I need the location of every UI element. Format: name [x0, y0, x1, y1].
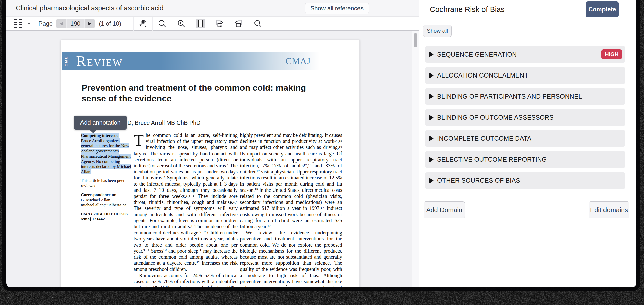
fit-page-button[interactable] — [191, 17, 210, 31]
citation-journal: CMAJ — [81, 212, 92, 216]
rotate-clockwise-button[interactable] — [210, 17, 229, 31]
complete-button[interactable]: Complete — [586, 1, 619, 17]
hand-icon — [139, 19, 148, 28]
add-domain-button[interactable]: Add Domain — [424, 201, 465, 218]
show-all-button[interactable]: Show all — [423, 25, 452, 37]
search-button[interactable] — [248, 17, 267, 31]
body-column-left: The common cold is an acute, self-limiti… — [134, 132, 238, 287]
body-right-para2: We review the evidence underpinning prev… — [240, 230, 342, 287]
rob-panel-title: Cochrane Risk of Bias — [430, 5, 505, 14]
risk-of-bias-panel: Cochrane Risk of Bias Complete Show all … — [419, 0, 636, 287]
competing-interests-text: Bruce Arroll organizes general lectures … — [81, 138, 131, 174]
domain-row-allocation-concealment[interactable]: ALLOCATION CONCEALMENT — [425, 67, 625, 84]
domain-label: OTHER SOURCES OF BIAS — [437, 177, 622, 184]
chevron-down-icon[interactable] — [27, 23, 31, 25]
domain-row-other-sources[interactable]: OTHER SOURCES OF BIAS — [425, 172, 625, 189]
domain-row-blinding-participants[interactable]: BLINDING OF PARTICIPANTS AND PERSONNEL — [425, 88, 625, 105]
risk-badge-high: HIGH — [601, 49, 622, 59]
show-all-container: Show all — [419, 22, 479, 41]
vertical-scrollbar — [412, 31, 419, 287]
domain-label: BLINDING OF PARTICIPANTS AND PERSONNEL — [437, 93, 622, 100]
page-count-label: (1 of 10) — [99, 20, 121, 27]
thumbnails-grid-icon[interactable] — [14, 19, 22, 28]
expand-triangle-icon — [429, 52, 434, 57]
domain-row-sequence-generation[interactable]: SEQUENCE GENERATION HIGH — [425, 46, 625, 63]
hand-tool-button[interactable] — [133, 17, 152, 31]
expand-triangle-icon — [429, 94, 434, 99]
previous-page-button[interactable]: ◀ — [56, 19, 67, 28]
add-annotation-caret — [89, 129, 97, 133]
domain-label: INCOMPLETE OUTCOME DATA — [437, 135, 622, 142]
rotate-counterclockwise-button[interactable] — [229, 17, 248, 31]
search-icon — [254, 19, 262, 28]
document-title: Clinical pharmacological aspects of asco… — [16, 4, 305, 12]
next-page-button[interactable]: ▶ — [84, 19, 95, 28]
domain-row-selective-reporting[interactable]: SELECTIVE OUTCOME REPORTING — [425, 151, 625, 168]
domain-label: SEQUENCE GENERATION — [437, 51, 601, 58]
add-annotation-button[interactable]: Add annotation — [74, 116, 127, 130]
body-left-para2: Rhinovirus accounts for 24%–52% of clini… — [134, 272, 238, 287]
fit-page-icon — [196, 19, 205, 28]
pdf-page: CME Review CMAJ Prevention and treatment… — [61, 40, 360, 287]
expand-triangle-icon — [429, 136, 434, 141]
edit-domains-button[interactable]: Edit domains — [589, 201, 629, 218]
correspondence-email: michael.allan@ualberta.ca — [81, 203, 126, 207]
expand-triangle-icon — [429, 178, 434, 183]
domain-row-blinding-assessors[interactable]: BLINDING OF OUTCOME ASSESSORS — [425, 109, 625, 126]
zoom-in-button[interactable] — [172, 17, 191, 31]
page-navigator: ◀ 190 ▶ — [56, 19, 95, 28]
domain-row-incomplete-outcome[interactable]: INCOMPLETE OUTCOME DATA — [425, 130, 625, 147]
expand-triangle-icon — [429, 115, 434, 120]
domain-label: ALLOCATION CONCEALMENT — [437, 72, 622, 79]
article-sidebar: Competing interests: Bruce Arroll organi… — [81, 133, 131, 226]
app-window: Clinical pharmacological aspects of asco… — [6, 0, 636, 287]
domain-list: SEQUENCE GENERATION HIGH ALLOCATION CONC… — [425, 46, 625, 193]
correspondence-label: Correspondence to: — [81, 192, 117, 197]
cmaj-logo: CMAJ — [286, 56, 311, 66]
correspondence-name: G. Michael Allan, — [81, 198, 111, 202]
scrollbar-thumb[interactable] — [414, 33, 417, 47]
competing-interests-label: Competing interests: — [81, 133, 119, 138]
pdf-viewer-panel: Clinical pharmacological aspects of asco… — [6, 0, 419, 287]
cme-label: CME — [64, 56, 68, 66]
drop-cap: T — [134, 132, 146, 147]
document-titlebar: Clinical pharmacological aspects of asco… — [6, 0, 419, 17]
pdf-toolbar: Page ◀ 190 ▶ (1 of 10) — [6, 17, 419, 31]
article-authors: D, Bruce Arroll MB ChB PhD — [127, 120, 200, 126]
cme-strip: CME — [62, 52, 70, 70]
rotate-counterclockwise-icon — [234, 19, 244, 28]
body-left-para1: he common cold is an acute, self-limitin… — [134, 132, 238, 272]
body-right-para1: highly prevalent and may be debilitating… — [240, 132, 342, 230]
expand-triangle-icon — [429, 157, 434, 162]
document-scroll-area[interactable]: CME Review CMAJ Prevention and treatment… — [6, 31, 419, 287]
zoom-out-icon — [158, 19, 167, 28]
show-all-references-button[interactable]: Show all references — [305, 3, 369, 14]
peer-review-note: This article has been peer reviewed. — [81, 178, 131, 188]
expand-triangle-icon — [429, 73, 434, 78]
domain-label: SELECTIVE OUTCOME REPORTING — [437, 156, 622, 163]
body-column-right: highly prevalent and may be debilitating… — [240, 132, 342, 287]
article-title: Prevention and treatment of the common c… — [82, 82, 328, 104]
rob-header: Cochrane Risk of Bias Complete — [419, 0, 636, 20]
rotate-clockwise-icon — [215, 19, 224, 28]
page-label: Page — [38, 20, 53, 27]
page-number-input[interactable]: 190 — [67, 19, 84, 28]
toolbar-tools — [133, 17, 267, 31]
review-banner-title: Review — [76, 54, 123, 68]
zoom-out-button[interactable] — [152, 17, 172, 31]
domain-label: BLINDING OF OUTCOME ASSESSORS — [437, 114, 622, 121]
zoom-in-icon — [177, 19, 186, 28]
journal-banner: CME Review CMAJ — [62, 52, 339, 70]
